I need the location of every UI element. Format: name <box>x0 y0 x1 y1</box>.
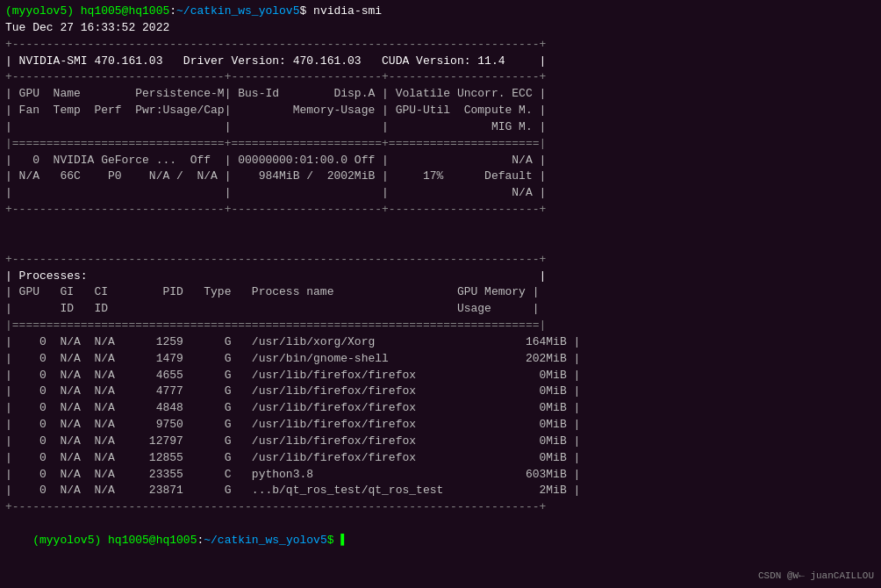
blank1 <box>5 219 876 235</box>
bottom-prompt[interactable]: (myyolov5) hq1005@hq1005:~/catkin_ws_yol… <box>5 516 876 566</box>
gpu-header1: | GPU Name Persistence-M| Bus-Id Disp.A … <box>5 86 876 103</box>
proc-row-5: | 0 N/A N/A 9750 G /usr/lib/firefox/fire… <box>5 417 876 434</box>
gpu-row1: | 0 NVIDIA GeForce ... Off | 00000000:01… <box>5 153 876 169</box>
proc-title: | Processes: | <box>5 269 876 285</box>
proc-row-3: | 0 N/A N/A 4777 G /usr/lib/firefox/fire… <box>5 384 876 400</box>
prompt-colon: : <box>169 4 176 18</box>
border-top: +---------------------------------------… <box>5 37 876 54</box>
gpu-row3: | | | N/A | <box>5 185 876 202</box>
proc-row-4: | 0 N/A N/A 4848 G /usr/lib/firefox/fire… <box>5 400 876 417</box>
gpu-header2: | Fan Temp Perf Pwr:Usage/Cap| Memory-Us… <box>5 103 876 119</box>
prompt-dollar: $ <box>299 4 313 18</box>
cursor: ▌ <box>334 534 348 547</box>
prompt-cmd: nvidia-smi <box>313 4 382 18</box>
border-proc-top: +---------------------------------------… <box>5 252 876 269</box>
border-eq1: |===============================+=======… <box>5 136 876 153</box>
gpu-row2: | N/A 66C P0 N/A / N/A | 984MiB / 2002Mi… <box>5 169 876 185</box>
proc-header1: | GPU GI CI PID Type Process name GPU Me… <box>5 284 876 301</box>
bottom-dollar: $ <box>327 534 334 547</box>
watermark: CSDN @W← juanCAILLOU <box>758 570 874 581</box>
prompt-path: ~/catkin_ws_yolov5 <box>176 4 299 18</box>
blank2 <box>5 235 876 252</box>
proc-row-8: | 0 N/A N/A 23355 C python3.8 603MiB | <box>5 467 876 484</box>
proc-row-2: | 0 N/A N/A 4655 G /usr/lib/firefox/fire… <box>5 368 876 384</box>
proc-row-6: | 0 N/A N/A 12797 G /usr/lib/firefox/fir… <box>5 434 876 450</box>
proc-header2: | ID ID Usage | <box>5 301 876 318</box>
terminal-window: (myyolov5) hq1005@hq1005:~/catkin_ws_yol… <box>0 0 881 588</box>
datetime-line: Tue Dec 27 16:33:52 2022 <box>5 20 876 37</box>
bottom-path: ~/catkin_ws_yolov5 <box>204 534 326 547</box>
proc-row-1: | 0 N/A N/A 1479 G /usr/bin/gnome-shell … <box>5 351 876 368</box>
proc-row-0: | 0 N/A N/A 1259 G /usr/lib/xorg/Xorg 16… <box>5 334 876 351</box>
bottom-prompt-user: (myyolov5) hq1005@hq1005 <box>32 534 197 547</box>
proc-row-9: | 0 N/A N/A 23871 G ...b/qt_ros_test/qt_… <box>5 483 876 499</box>
prompt-line: (myyolov5) hq1005@hq1005:~/catkin_ws_yol… <box>5 4 876 20</box>
smi-info: | NVIDIA-SMI 470.161.03 Driver Version: … <box>5 54 876 70</box>
proc-border-eq: |=======================================… <box>5 318 876 334</box>
border-proc-bot: +---------------------------------------… <box>5 499 876 516</box>
gpu-header3: | | | MIG M. | <box>5 119 876 136</box>
border-bot1: +-------------------------------+-------… <box>5 202 876 219</box>
prompt-user: (myyolov5) hq1005@hq1005 <box>5 4 169 18</box>
border-mid1: +-------------------------------+-------… <box>5 69 876 86</box>
proc-row-7: | 0 N/A N/A 12855 G /usr/lib/firefox/fir… <box>5 450 876 467</box>
